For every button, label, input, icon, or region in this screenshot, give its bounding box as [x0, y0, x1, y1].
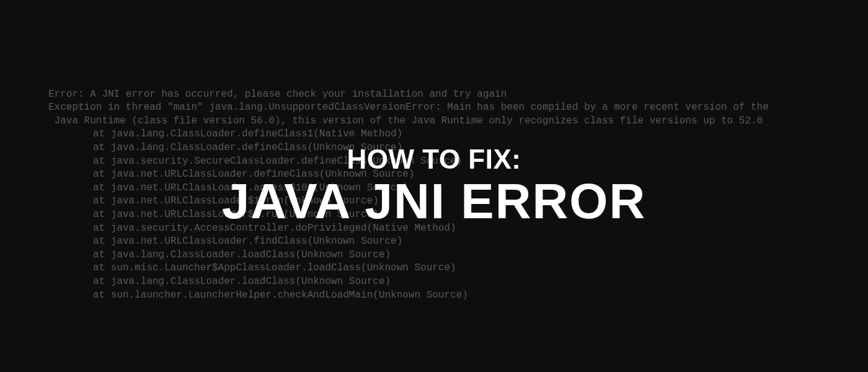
stack-line: at java.lang.ClassLoader.defineClass1(Na…: [48, 128, 831, 141]
stack-line: at sun.launcher.LauncherHelper.checkAndL…: [48, 289, 831, 303]
stack-line: at java.security.AccessController.doPriv…: [48, 222, 831, 236]
stack-line: at java.net.URLClassLoader$1.run(Unknown…: [48, 195, 831, 208]
stack-line: at java.net.URLClassLoader.findClass(Unk…: [48, 235, 831, 249]
error-line-3: Java Runtime (class file version 56.0), …: [48, 115, 763, 126]
stack-line: at java.security.SecureClassLoader.defin…: [48, 155, 831, 169]
stack-line: at java.net.URLClassLoader.access$100(Un…: [48, 182, 831, 195]
stack-line: at java.net.URLClassLoader$1.run(Unknown…: [48, 208, 831, 222]
error-line-2: Exception in thread "main" java.lang.Uns…: [48, 102, 769, 113]
stack-line: at java.lang.ClassLoader.defineClass(Unk…: [48, 141, 831, 155]
stack-line: at java.net.URLClassLoader.defineClass(U…: [48, 168, 831, 182]
stack-line: at sun.misc.Launcher$AppClassLoader.load…: [48, 262, 831, 275]
error-line-1: Error: A JNI error has occurred, please …: [48, 89, 507, 100]
stack-line: at java.lang.ClassLoader.loadClass(Unkno…: [48, 249, 831, 262]
stack-line: at java.lang.ClassLoader.loadClass(Unkno…: [48, 275, 831, 289]
terminal-output: Error: A JNI error has occurred, please …: [48, 74, 831, 302]
